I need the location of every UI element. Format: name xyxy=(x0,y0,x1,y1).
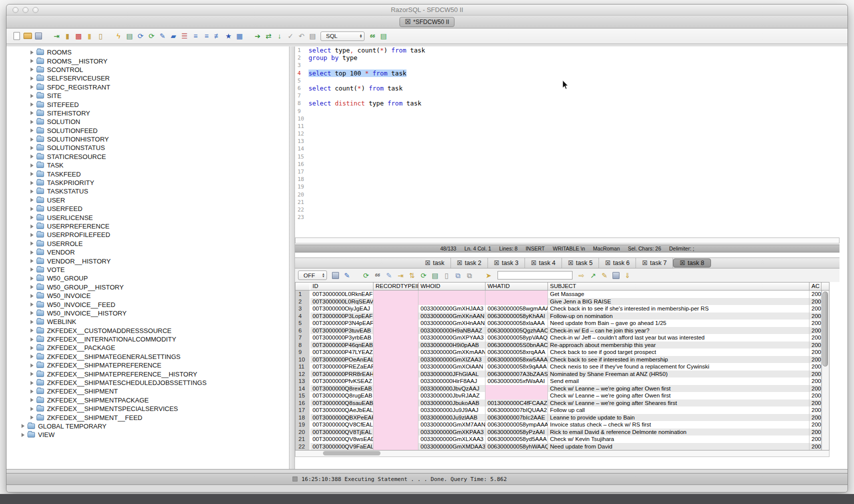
cell-id[interactable]: 00T3000000P3N4pEAF xyxy=(310,320,374,327)
disclosure-triangle-icon[interactable] xyxy=(30,354,34,358)
copy-results-icon[interactable]: ⧉ xyxy=(453,270,463,280)
tree-item-zkfedex__shipmatepreference[interactable]: ZKFEDEX__SHIPMATEPREFERENCE xyxy=(6,361,289,370)
cell-subject[interactable]: Need update from David xyxy=(548,443,810,450)
table-row[interactable]: 1600T3000000Q8sauEAB0033000000JbukoAAB00… xyxy=(296,400,829,407)
cell-ac[interactable]: 200 xyxy=(810,327,822,334)
export-table-icon[interactable]: ▦ xyxy=(234,31,244,41)
disclosure-triangle-icon[interactable] xyxy=(30,76,34,80)
disclosure-triangle-icon[interactable] xyxy=(30,276,34,280)
tree-item-w50_invoice__feed[interactable]: W50_INVOICE__FEED xyxy=(6,300,289,308)
tree-item-zkfedex__shipmatepreference__history[interactable]: ZKFEDEX__SHIPMATEPREFERENCE__HISTORY xyxy=(6,370,289,378)
cell-id[interactable]: 00T3000000P3LopEAF xyxy=(310,312,374,320)
sort-icon[interactable]: ⇅ xyxy=(407,270,417,280)
execute-forward-icon[interactable]: ➔ xyxy=(252,31,262,41)
cell-whatid[interactable]: 006300000058x9qAAA xyxy=(486,363,548,370)
code-line[interactable]: 2group by type xyxy=(295,54,840,62)
cell-ac[interactable]: 200 xyxy=(810,305,822,312)
cell-recordtypeid[interactable] xyxy=(374,348,418,356)
cell-whatid[interactable]: 00630000005xfWaAAI xyxy=(486,378,548,385)
cell-recordtypeid[interactable] xyxy=(374,421,418,428)
result-tab-task-3[interactable]: ☒task 3 xyxy=(488,258,525,268)
sql-editor[interactable]: 1select type, count(*) from task2group b… xyxy=(295,44,840,236)
table-row[interactable]: 1300T3000000PfvKSEAZ0033000000HirF8AAJ00… xyxy=(296,378,829,385)
table-row[interactable]: 800T3000000P46qnEAB0033000000H9i0pAAB006… xyxy=(296,342,829,349)
cell-subject[interactable]: Check w/ Kevin Tsujihara xyxy=(548,436,810,443)
table-row[interactable]: 1700T3000000QAeJbEAL0033000000Ju9J9AAJ00… xyxy=(296,406,829,414)
tree-item-userfeed[interactable]: USERFEED xyxy=(6,204,289,213)
cell-recordtypeid[interactable] xyxy=(374,443,418,450)
cell-ac[interactable]: 200 xyxy=(810,312,822,320)
tree-item-solution[interactable]: SOLUTION xyxy=(6,118,289,126)
cell-whatid[interactable]: 006300000058ypVAAQ xyxy=(486,334,548,342)
cell-whoid[interactable]: 0033000000JbvQzAAJ xyxy=(418,385,486,392)
help-book-icon[interactable]: ▰ xyxy=(168,31,178,41)
execute-all-icon[interactable]: ⇄ xyxy=(264,31,274,41)
disclosure-triangle-icon[interactable] xyxy=(30,172,34,176)
cell-ac[interactable]: 200 xyxy=(810,392,822,400)
cell-whoid[interactable]: 0033000000GmXIZAA3 xyxy=(418,356,486,364)
code-line[interactable]: 3 xyxy=(295,62,840,69)
cell-subject[interactable]: Need update from Bain – gave go ahead 1/… xyxy=(548,320,810,327)
code-line[interactable]: 22 xyxy=(295,206,840,214)
cell-id[interactable]: 00T3000000POeAnEAL xyxy=(310,356,374,364)
cell-whatid[interactable]: 006300000058yd5AAA xyxy=(486,436,548,443)
table-row[interactable]: 2100T3000000QV8wsEAD0033000000GmXLXAA300… xyxy=(296,436,829,443)
tree-item-zkfedex__shipmategeneralsettings[interactable]: ZKFEDEX__SHIPMATEGENERALSETTINGS xyxy=(6,352,289,361)
disclosure-triangle-icon[interactable] xyxy=(30,59,34,63)
cell-whatid[interactable]: 00630000007bIQUAA2 xyxy=(486,406,548,414)
tree-item-solutionstatus[interactable]: SOLUTIONSTATUS xyxy=(6,144,289,152)
cell-whatid[interactable] xyxy=(486,392,548,400)
cell-id[interactable]: 00T3000000PRR8rEAH xyxy=(310,370,374,378)
cell-id[interactable]: 00T3000000Q8sauEAB xyxy=(310,400,374,407)
tree-item-global-temporary[interactable]: GLOBAL TEMPORARY xyxy=(6,422,289,430)
disclosure-triangle-icon[interactable] xyxy=(30,50,34,54)
cell-recordtypeid[interactable] xyxy=(374,428,418,436)
disclosure-triangle-icon[interactable] xyxy=(30,242,34,246)
cell-whatid[interactable]: 00630000005QgzhAAC xyxy=(486,327,548,334)
tree-item-w50_group[interactable]: W50_GROUP xyxy=(6,274,289,282)
tree-item-vendor__history[interactable]: VENDOR__HISTORY xyxy=(6,256,289,265)
form-view-icon[interactable]: ▤ xyxy=(430,270,440,280)
execute-sql-icon[interactable]: ϟ xyxy=(114,31,124,41)
cell-subject[interactable]: Check w/ Leanne – we're going after Owen… xyxy=(548,385,810,392)
cell-whoid[interactable]: 0033000000H9i0pAAB xyxy=(418,342,486,349)
indent-sql-icon[interactable]: ≡ xyxy=(202,31,212,41)
disclosure-triangle-icon[interactable] xyxy=(30,233,34,237)
filter-select[interactable]: OFF ▲▼ xyxy=(298,270,327,280)
tree-item-zkfedex__internationalcommodity[interactable]: ZKFEDEX__INTERNATIONALCOMMODITY xyxy=(6,335,289,344)
code-line[interactable]: 15 xyxy=(295,153,840,160)
edit-notes-icon[interactable]: ✎ xyxy=(600,270,610,280)
filter-results-icon[interactable]: ✎ xyxy=(342,270,352,280)
cell-id[interactable]: 00T3000000QV9FaEAL xyxy=(310,443,374,450)
tree-item-sfdc_registrant[interactable]: SFDC_REGISTRANT xyxy=(6,83,289,92)
cell-whoid[interactable]: 0033000000Ju9J9AAJ xyxy=(418,406,486,414)
result-tab-task[interactable]: ☒task xyxy=(419,258,451,268)
cell-whoid[interactable]: 0033000000GmXHnAAN xyxy=(418,320,486,327)
table-row[interactable]: 1900T3000000QV8CfEAL0033000000GmXM7AAN00… xyxy=(296,421,829,428)
cell-whatid[interactable]: 006300000058ympAAA xyxy=(486,421,548,428)
cell-recordtypeid[interactable] xyxy=(374,327,418,334)
cell-id[interactable]: 00T3000000P3yrbEAB xyxy=(310,334,374,342)
disclosure-triangle-icon[interactable] xyxy=(30,207,34,211)
cell-id[interactable]: 00T3000000Q8rexEAB xyxy=(310,385,374,392)
result-tab-task-5[interactable]: ☒task 5 xyxy=(562,258,599,268)
disclosure-triangle-icon[interactable] xyxy=(30,164,34,168)
disclosure-triangle-icon[interactable] xyxy=(30,285,34,289)
column-header-recordtypeid[interactable]: RECORDTYPEID xyxy=(374,282,418,290)
search-key-icon[interactable]: ➤ xyxy=(484,270,494,280)
export-results-icon[interactable]: ↗ xyxy=(588,270,598,280)
cell-ac[interactable]: 200 xyxy=(810,406,822,414)
code-line[interactable]: 20 xyxy=(295,191,840,198)
new-row-icon[interactable]: ▯ xyxy=(442,270,452,280)
tree-item-userpreference[interactable]: USERPREFERENCE xyxy=(6,222,289,230)
disclosure-triangle-icon[interactable] xyxy=(22,424,24,428)
column-header-id[interactable]: ID xyxy=(310,282,374,290)
tree-item-zkfedex__customaddresssource[interactable]: ZKFEDEX__CUSTOMADDRESSSOURCE xyxy=(6,326,289,335)
cell-whoid[interactable]: 0033000000H9aNBAAZ xyxy=(418,327,486,334)
table-row[interactable]: 1000T3000000POeAnEAL0033000000GmXIZAA300… xyxy=(296,356,829,364)
cell-recordtypeid[interactable] xyxy=(374,370,418,378)
cell-id[interactable]: 00T3000000QV8TjEAL xyxy=(310,428,374,436)
tree-item-zkfedex__shipmatescheduledjobssettings[interactable]: ZKFEDEX__SHIPMATESCHEDULEDJOBSSETTINGS xyxy=(6,378,289,387)
new-file-icon[interactable] xyxy=(12,31,22,41)
cell-id[interactable]: 00T3000000P3tuvEAB xyxy=(310,327,374,334)
